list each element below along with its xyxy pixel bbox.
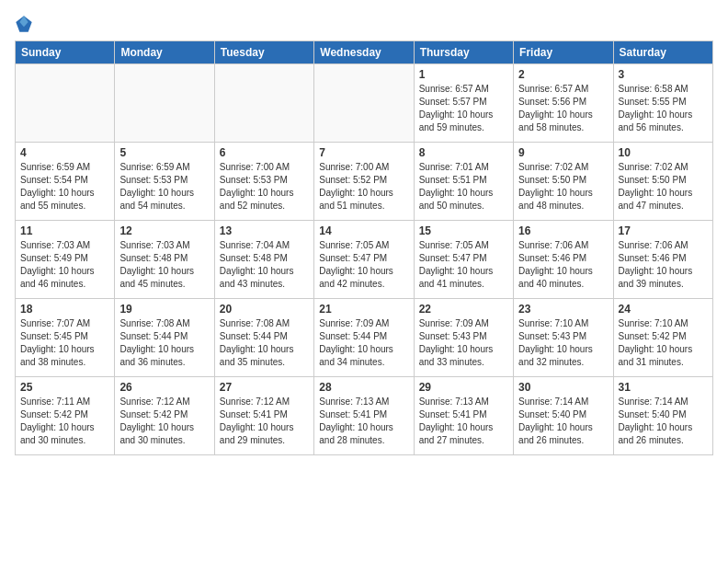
day-info: Sunrise: 6:58 AM Sunset: 5:55 PM Dayligh…: [619, 83, 708, 134]
day-number: 9: [518, 146, 608, 159]
day-info: Sunrise: 7:12 AM Sunset: 5:41 PM Dayligh…: [220, 396, 309, 447]
day-number: 31: [619, 381, 708, 394]
day-info: Sunrise: 7:10 AM Sunset: 5:42 PM Dayligh…: [619, 317, 708, 369]
day-number: 16: [518, 224, 608, 237]
day-number: 10: [619, 146, 708, 159]
day-info: Sunrise: 6:57 AM Sunset: 5:57 PM Dayligh…: [419, 83, 508, 134]
day-info: Sunrise: 7:00 AM Sunset: 5:52 PM Dayligh…: [319, 161, 408, 213]
day-info: Sunrise: 6:57 AM Sunset: 5:56 PM Dayligh…: [518, 83, 608, 134]
day-number: 25: [20, 381, 109, 394]
day-of-week-header: Wednesday: [314, 41, 414, 64]
calendar-day: 7Sunrise: 7:00 AM Sunset: 5:52 PM Daylig…: [314, 143, 414, 221]
day-info: Sunrise: 6:59 AM Sunset: 5:53 PM Dayligh…: [119, 161, 209, 213]
calendar-header: SundayMondayTuesdayWednesdayThursdayFrid…: [16, 41, 713, 64]
day-number: 21: [319, 303, 408, 316]
day-info: Sunrise: 7:10 AM Sunset: 5:43 PM Dayligh…: [518, 317, 608, 369]
calendar-day: 16Sunrise: 7:06 AM Sunset: 5:46 PM Dayli…: [514, 221, 613, 299]
calendar-day: [214, 64, 313, 143]
calendar-day: 4Sunrise: 6:59 AM Sunset: 5:54 PM Daylig…: [16, 143, 115, 221]
calendar-day: 6Sunrise: 7:00 AM Sunset: 5:53 PM Daylig…: [214, 143, 313, 221]
day-number: 20: [220, 303, 309, 316]
calendar-day: 27Sunrise: 7:12 AM Sunset: 5:41 PM Dayli…: [214, 377, 313, 455]
day-info: Sunrise: 7:05 AM Sunset: 5:47 PM Dayligh…: [319, 239, 408, 291]
day-number: 5: [119, 146, 209, 159]
day-info: Sunrise: 7:06 AM Sunset: 5:46 PM Dayligh…: [619, 239, 708, 291]
day-number: 18: [20, 303, 109, 316]
day-number: 7: [319, 146, 408, 159]
calendar-day: [314, 64, 414, 143]
day-info: Sunrise: 7:02 AM Sunset: 5:50 PM Dayligh…: [619, 161, 708, 213]
calendar-day: 19Sunrise: 7:08 AM Sunset: 5:44 PM Dayli…: [115, 299, 214, 377]
day-number: 14: [319, 224, 408, 237]
calendar-day: 29Sunrise: 7:13 AM Sunset: 5:41 PM Dayli…: [414, 377, 513, 455]
calendar-day: 31Sunrise: 7:14 AM Sunset: 5:40 PM Dayli…: [613, 377, 712, 455]
week-row: 4Sunrise: 6:59 AM Sunset: 5:54 PM Daylig…: [16, 143, 713, 221]
day-info: Sunrise: 7:09 AM Sunset: 5:43 PM Dayligh…: [419, 317, 508, 369]
day-info: Sunrise: 7:02 AM Sunset: 5:50 PM Dayligh…: [518, 161, 608, 213]
day-info: Sunrise: 7:13 AM Sunset: 5:41 PM Dayligh…: [319, 396, 408, 447]
calendar-day: 23Sunrise: 7:10 AM Sunset: 5:43 PM Dayli…: [514, 299, 613, 377]
page-header: [15, 15, 713, 33]
calendar-day: 5Sunrise: 6:59 AM Sunset: 5:53 PM Daylig…: [115, 143, 214, 221]
calendar-day: 25Sunrise: 7:11 AM Sunset: 5:42 PM Dayli…: [16, 377, 115, 455]
calendar-day: 30Sunrise: 7:14 AM Sunset: 5:40 PM Dayli…: [514, 377, 613, 455]
day-number: 4: [20, 146, 109, 159]
header-row: SundayMondayTuesdayWednesdayThursdayFrid…: [16, 41, 713, 64]
calendar-day: 10Sunrise: 7:02 AM Sunset: 5:50 PM Dayli…: [613, 143, 712, 221]
day-info: Sunrise: 7:14 AM Sunset: 5:40 PM Dayligh…: [619, 396, 708, 447]
day-number: 30: [518, 381, 608, 394]
week-row: 18Sunrise: 7:07 AM Sunset: 5:45 PM Dayli…: [16, 299, 713, 377]
day-info: Sunrise: 7:12 AM Sunset: 5:42 PM Dayligh…: [119, 396, 209, 447]
calendar-day: 21Sunrise: 7:09 AM Sunset: 5:44 PM Dayli…: [314, 299, 414, 377]
week-row: 11Sunrise: 7:03 AM Sunset: 5:49 PM Dayli…: [16, 221, 713, 299]
day-number: 6: [220, 146, 309, 159]
week-row: 25Sunrise: 7:11 AM Sunset: 5:42 PM Dayli…: [16, 377, 713, 455]
day-info: Sunrise: 7:03 AM Sunset: 5:48 PM Dayligh…: [119, 239, 209, 291]
calendar-day: 12Sunrise: 7:03 AM Sunset: 5:48 PM Dayli…: [115, 221, 214, 299]
day-info: Sunrise: 7:00 AM Sunset: 5:53 PM Dayligh…: [220, 161, 309, 213]
day-number: 24: [619, 303, 708, 316]
day-number: 1: [419, 68, 508, 81]
day-number: 22: [419, 303, 508, 316]
day-number: 17: [619, 224, 708, 237]
calendar-day: 18Sunrise: 7:07 AM Sunset: 5:45 PM Dayli…: [16, 299, 115, 377]
day-number: 23: [518, 303, 608, 316]
calendar-day: [115, 64, 214, 143]
day-number: 15: [419, 224, 508, 237]
calendar-day: 24Sunrise: 7:10 AM Sunset: 5:42 PM Dayli…: [613, 299, 712, 377]
calendar-day: 13Sunrise: 7:04 AM Sunset: 5:48 PM Dayli…: [214, 221, 313, 299]
day-info: Sunrise: 7:03 AM Sunset: 5:49 PM Dayligh…: [20, 239, 109, 291]
day-info: Sunrise: 7:13 AM Sunset: 5:41 PM Dayligh…: [419, 396, 508, 447]
week-row: 1Sunrise: 6:57 AM Sunset: 5:57 PM Daylig…: [16, 64, 713, 143]
day-info: Sunrise: 7:05 AM Sunset: 5:47 PM Dayligh…: [419, 239, 508, 291]
day-number: 8: [419, 146, 508, 159]
calendar-day: [16, 64, 115, 143]
day-info: Sunrise: 7:11 AM Sunset: 5:42 PM Dayligh…: [20, 396, 109, 447]
day-number: 28: [319, 381, 408, 394]
calendar-body: 1Sunrise: 6:57 AM Sunset: 5:57 PM Daylig…: [16, 64, 713, 455]
day-info: Sunrise: 7:01 AM Sunset: 5:51 PM Dayligh…: [419, 161, 508, 213]
day-number: 29: [419, 381, 508, 394]
day-number: 2: [518, 68, 608, 81]
day-number: 19: [119, 303, 209, 316]
day-of-week-header: Saturday: [613, 41, 712, 64]
calendar-day: 15Sunrise: 7:05 AM Sunset: 5:47 PM Dayli…: [414, 221, 513, 299]
day-number: 12: [119, 224, 209, 237]
calendar-day: 3Sunrise: 6:58 AM Sunset: 5:55 PM Daylig…: [613, 64, 712, 143]
day-of-week-header: Thursday: [414, 41, 513, 64]
calendar-table: SundayMondayTuesdayWednesdayThursdayFrid…: [15, 40, 713, 455]
day-info: Sunrise: 6:59 AM Sunset: 5:54 PM Dayligh…: [20, 161, 109, 213]
day-info: Sunrise: 7:08 AM Sunset: 5:44 PM Dayligh…: [220, 317, 309, 369]
day-info: Sunrise: 7:04 AM Sunset: 5:48 PM Dayligh…: [220, 239, 309, 291]
logo: [15, 15, 37, 33]
day-info: Sunrise: 7:06 AM Sunset: 5:46 PM Dayligh…: [518, 239, 608, 291]
day-number: 13: [220, 224, 309, 237]
calendar-day: 22Sunrise: 7:09 AM Sunset: 5:43 PM Dayli…: [414, 299, 513, 377]
day-number: 27: [220, 381, 309, 394]
calendar-day: 14Sunrise: 7:05 AM Sunset: 5:47 PM Dayli…: [314, 221, 414, 299]
day-info: Sunrise: 7:08 AM Sunset: 5:44 PM Dayligh…: [119, 317, 209, 369]
calendar-day: 9Sunrise: 7:02 AM Sunset: 5:50 PM Daylig…: [514, 143, 613, 221]
day-of-week-header: Monday: [115, 41, 214, 64]
calendar-day: 28Sunrise: 7:13 AM Sunset: 5:41 PM Dayli…: [314, 377, 414, 455]
logo-icon: [15, 15, 33, 33]
